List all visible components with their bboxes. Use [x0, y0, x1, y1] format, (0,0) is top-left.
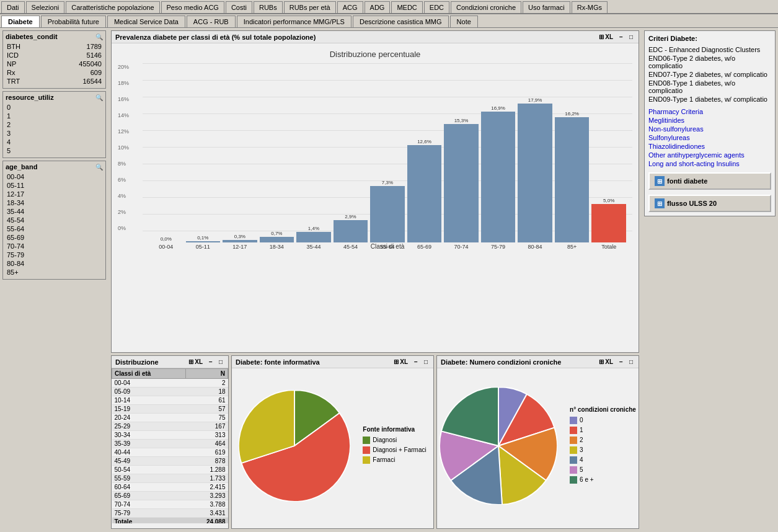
top-tab-uso-farmaci[interactable]: Uso farmaci: [523, 1, 570, 13]
dist-scroll[interactable]: Classi di età N 00-04205-091810-146115-1…: [112, 368, 228, 523]
filter-item[interactable]: Rx609: [7, 68, 102, 77]
main-chart-minimize[interactable]: −: [617, 33, 625, 41]
bar-value-label: 7,3%: [382, 180, 393, 185]
filter-item[interactable]: 45-54: [7, 216, 102, 224]
filter-item[interactable]: 0: [7, 103, 102, 112]
filter-item[interactable]: 4: [7, 138, 102, 146]
legend-item: 6 e +: [570, 476, 636, 484]
table-row: 20-2475: [112, 414, 228, 422]
criteria-title: Criteri Diabete:: [648, 35, 771, 42]
filter-item[interactable]: 35-44: [7, 207, 102, 216]
pharmacy-criteria-item[interactable]: Meglitinides: [648, 117, 771, 124]
search-icon-resource[interactable]: 🔍: [95, 94, 103, 101]
pharmacy-criteria-title[interactable]: Pharmacy Criteria: [648, 108, 771, 115]
top-tab-dati[interactable]: Dati: [1, 1, 25, 13]
filter-item[interactable]: 2: [7, 120, 102, 129]
top-tab-adg[interactable]: ADG: [365, 1, 391, 13]
filter-item[interactable]: 85+: [7, 268, 102, 277]
filter-item[interactable]: TRT16544: [7, 77, 102, 86]
table-row: 50-541.288: [112, 466, 228, 474]
condizioni-pie-svg: [440, 387, 557, 505]
legend-color: [570, 446, 577, 454]
filter-item[interactable]: 1: [7, 112, 102, 120]
top-tab-rubs-per-età[interactable]: RUBs per età: [284, 1, 336, 13]
dist-age: 35-39: [112, 440, 186, 448]
second-tab-indicatori-performance-mmg/pls[interactable]: Indicatori performance MMG/PLS: [237, 16, 351, 27]
filter-item[interactable]: 80-84: [7, 259, 102, 268]
bar-rect: [444, 124, 479, 242]
second-tab-acg---rub[interactable]: ACG - RUB: [187, 16, 236, 27]
top-tab-caratteristiche-popolazione[interactable]: Caratteristiche popolazione: [66, 1, 159, 13]
condizioni-xl[interactable]: ⊞ XL: [597, 358, 616, 366]
main-chart-maximize[interactable]: □: [627, 33, 635, 41]
fonte-maximize[interactable]: □: [422, 358, 430, 366]
main-chart-xl[interactable]: ⊞ XL: [597, 33, 616, 41]
pharmacy-criteria-item[interactable]: Other antihyperglycemic agents: [648, 151, 771, 159]
dist-xl[interactable]: ⊞ XL: [187, 358, 205, 366]
filter-item[interactable]: 00-04: [7, 172, 102, 181]
dist-maximize[interactable]: □: [217, 358, 224, 366]
second-tab-descrizione-casistica-mmg[interactable]: Descrizione casistica MMG: [353, 16, 449, 27]
legend-item: 4: [570, 456, 636, 464]
dist-age: 65-69: [112, 492, 186, 500]
legend-color: [570, 417, 577, 424]
filter-item[interactable]: 12-17: [7, 190, 102, 198]
dist-age: 55-59: [112, 474, 186, 483]
top-tab-rx-mgs[interactable]: Rx-MGs: [572, 1, 608, 13]
filter-item[interactable]: 75-79: [7, 250, 102, 259]
bar-item: 0,1%05-11: [186, 64, 221, 250]
top-tab-selezioni[interactable]: Selezioni: [26, 1, 65, 13]
second-tab-medical-service-data[interactable]: Medical Service Data: [107, 16, 185, 27]
bar-item: 7,3%55-64: [370, 64, 405, 250]
top-tab-edc[interactable]: EDC: [424, 1, 449, 13]
dist-age: 75-79: [112, 509, 186, 518]
dist-minimize[interactable]: −: [207, 358, 214, 366]
second-tabs: DiabeteProbabilità futureMedical Service…: [0, 14, 778, 28]
top-tab-costi[interactable]: Costi: [226, 1, 252, 13]
top-tab-acg[interactable]: ACG: [337, 1, 363, 13]
legend-color: [570, 437, 577, 444]
filter-item[interactable]: 3: [7, 129, 102, 138]
condizioni-maximize[interactable]: □: [627, 358, 635, 366]
dist-n: 313: [185, 431, 228, 440]
filter-label-age: age_band: [6, 163, 37, 171]
legend-item: Farmaci: [363, 456, 426, 464]
action-btn-flusso-ulss-20[interactable]: ⊞flusso ULSS 20: [648, 195, 771, 212]
dist-age: 05-09: [112, 388, 186, 396]
pharmacy-criteria-item[interactable]: Long and short-acting Insulins: [648, 160, 771, 167]
top-tab-medc[interactable]: MEDC: [391, 1, 422, 13]
filter-item[interactable]: 65-69: [7, 233, 102, 242]
top-tab-rubs[interactable]: RUBs: [254, 1, 283, 13]
fonte-pie-area: Fonte informativa DiagnosiDiagnosi + Far…: [232, 368, 433, 523]
second-tab-diabete[interactable]: Diabete: [1, 16, 40, 27]
second-tab-probabilità-future[interactable]: Probabilità future: [41, 16, 106, 27]
condizioni-minimize[interactable]: −: [617, 358, 625, 366]
filter-item[interactable]: 70-74: [7, 242, 102, 250]
dist-age: 50-54: [112, 466, 186, 474]
filter-item-label: 75-79: [7, 251, 24, 259]
filter-item[interactable]: NP455040: [7, 60, 102, 68]
second-tab-note[interactable]: Note: [450, 16, 478, 27]
legend-label: Farmaci: [373, 456, 395, 463]
pharmacy-criteria-item[interactable]: Thiazolidinediones: [648, 143, 771, 150]
filter-item[interactable]: 05-11: [7, 181, 102, 190]
search-icon-diabetes[interactable]: 🔍: [95, 33, 103, 40]
fonte-minimize[interactable]: −: [412, 358, 420, 366]
pharmacy-criteria-item[interactable]: Sulfonylureas: [648, 134, 771, 141]
action-btn-fonti-diabete[interactable]: ⊞fonti diabete: [648, 172, 771, 190]
top-tab-peso-medio-acg[interactable]: Peso medio ACG: [161, 1, 224, 13]
filter-item[interactable]: 5: [7, 146, 102, 155]
dist-total-row: Totale24.088: [112, 518, 228, 524]
top-tab-condizioni-croniche[interactable]: Condizioni croniche: [451, 1, 521, 13]
filter-item[interactable]: ICD5146: [7, 51, 102, 60]
filter-item[interactable]: BTH1789: [7, 42, 102, 51]
search-icon-age[interactable]: 🔍: [95, 164, 103, 171]
condizioni-pie-area: n° condizioni croniche 0123456 e +: [437, 368, 639, 523]
filter-item[interactable]: 55-64: [7, 224, 102, 233]
fonte-legend: Fonte informativa DiagnosiDiagnosi + Far…: [363, 426, 426, 466]
bar-value-label: 1,4%: [308, 226, 319, 231]
bar-item: 2,9%45-54: [334, 64, 368, 250]
fonte-xl[interactable]: ⊞ XL: [392, 358, 410, 366]
pharmacy-criteria-item[interactable]: Non-sulfonylureas: [648, 125, 771, 133]
filter-item[interactable]: 18-34: [7, 198, 102, 207]
